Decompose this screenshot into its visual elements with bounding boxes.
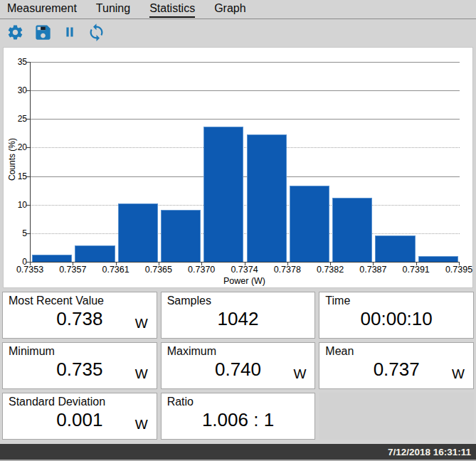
tab-measurement[interactable]: Measurement bbox=[7, 1, 77, 18]
gridline bbox=[31, 147, 460, 148]
tab-tuning[interactable]: Tuning bbox=[96, 1, 130, 18]
stat-value: 1042 bbox=[167, 308, 310, 330]
y-tick-mark bbox=[26, 62, 30, 63]
tab-graph[interactable]: Graph bbox=[214, 1, 245, 18]
settings-button[interactable] bbox=[6, 23, 24, 41]
x-tick-label: 0.7395 bbox=[440, 265, 476, 275]
x-tick-mark bbox=[373, 262, 374, 265]
stat-unit: W bbox=[135, 417, 148, 433]
stat-label: Mean bbox=[325, 345, 467, 358]
stat-value: 0.735 bbox=[9, 359, 151, 381]
y-tick-label: 5 bbox=[9, 228, 27, 238]
x-tick-label: 0.7387 bbox=[354, 265, 391, 275]
pause-button[interactable] bbox=[62, 24, 78, 40]
save-button[interactable] bbox=[33, 23, 53, 42]
x-tick-mark bbox=[330, 262, 331, 265]
y-tick-mark bbox=[26, 90, 30, 91]
gridline bbox=[31, 62, 460, 63]
x-tick-label: 0.7353 bbox=[11, 265, 48, 275]
gridline bbox=[31, 176, 460, 177]
stat-cell-maximum: Maximum 0.740 W bbox=[161, 342, 316, 389]
x-tick-mark bbox=[245, 262, 245, 265]
x-tick-mark bbox=[30, 262, 31, 265]
stat-label: Standard Deviation bbox=[9, 396, 151, 408]
stat-unit: W bbox=[135, 316, 148, 332]
x-tick-label: 0.7361 bbox=[97, 265, 134, 275]
histogram-bar bbox=[32, 255, 72, 262]
stat-cell-empty bbox=[319, 393, 474, 440]
refresh-button[interactable] bbox=[87, 23, 106, 42]
stat-label: Samples bbox=[167, 295, 310, 307]
y-tick-mark bbox=[26, 147, 30, 148]
stat-cell-mean: Mean 0.737 W bbox=[319, 342, 474, 389]
save-icon bbox=[33, 23, 53, 42]
toolbar bbox=[0, 19, 476, 45]
x-tick-label: 0.7357 bbox=[54, 265, 91, 275]
y-tick-mark bbox=[26, 119, 30, 120]
histogram-bar bbox=[203, 127, 243, 262]
y-tick-mark bbox=[26, 176, 30, 177]
stat-label: Maximum bbox=[167, 345, 310, 358]
stat-value: 0.738 bbox=[9, 308, 151, 330]
x-tick-label: 0.7391 bbox=[398, 265, 435, 275]
plot-area bbox=[30, 62, 460, 263]
histogram-bar bbox=[332, 198, 372, 262]
stat-cell-ratio: Ratio 1.006 : 1 bbox=[161, 393, 316, 440]
x-tick-label: 0.7365 bbox=[140, 265, 177, 275]
stat-cell-samples: Samples 1042 bbox=[161, 292, 316, 339]
stat-label: Ratio bbox=[167, 396, 310, 408]
x-tick-mark bbox=[201, 262, 202, 265]
y-tick-label: 30 bbox=[9, 85, 27, 95]
stat-cell-standard-deviation: Standard Deviation 0.001 W bbox=[2, 393, 157, 440]
stat-cell-minimum: Minimum 0.735 W bbox=[2, 342, 157, 389]
status-bar: 7/12/2018 16:31:11 bbox=[0, 444, 476, 461]
histogram-bar bbox=[118, 203, 158, 262]
stat-value: 00:00:10 bbox=[325, 308, 467, 330]
x-tick-label: 0.7382 bbox=[312, 265, 349, 275]
y-axis-label: Counts (%) bbox=[7, 127, 17, 191]
y-tick-label: 25 bbox=[9, 114, 27, 124]
y-tick-mark bbox=[26, 233, 30, 234]
stat-unit: W bbox=[135, 366, 148, 382]
histogram-bar bbox=[75, 245, 115, 262]
x-tick-mark bbox=[159, 262, 159, 265]
histogram-chart: Counts (%) Power (W) 051015202530350.735… bbox=[3, 47, 473, 288]
y-tick-label: 10 bbox=[9, 200, 27, 210]
stat-label: Minimum bbox=[9, 345, 151, 358]
stat-value: 0.001 bbox=[9, 409, 151, 431]
gridline bbox=[31, 205, 460, 206]
stat-cell-most-recent-value: Most Recent Value 0.738 W bbox=[2, 292, 157, 339]
x-tick-label: 0.7370 bbox=[183, 265, 220, 275]
stat-unit: W bbox=[452, 366, 465, 382]
tab-bar: Measurement Tuning Statistics Graph bbox=[0, 0, 476, 18]
tab-statistics[interactable]: Statistics bbox=[149, 1, 195, 18]
stat-cell-time: Time 00:00:10 bbox=[319, 292, 474, 339]
x-tick-mark bbox=[73, 262, 73, 265]
y-tick-label: 20 bbox=[9, 142, 27, 152]
gridline bbox=[31, 233, 460, 234]
y-tick-mark bbox=[26, 205, 30, 206]
histogram-bar bbox=[161, 210, 201, 262]
stat-label: Most Recent Value bbox=[9, 295, 151, 307]
settings-gear-icon bbox=[6, 23, 24, 41]
y-tick-label: 15 bbox=[9, 171, 27, 181]
gridline bbox=[31, 119, 460, 120]
gridline bbox=[31, 90, 460, 91]
statistics-grid: Most Recent Value 0.738 W Samples 1042 T… bbox=[2, 292, 474, 440]
y-tick-label: 35 bbox=[9, 57, 27, 67]
x-tick-mark bbox=[459, 262, 460, 265]
x-tick-label: 0.7378 bbox=[269, 265, 306, 275]
pause-icon bbox=[62, 24, 78, 40]
stat-value: 1.006 : 1 bbox=[167, 409, 310, 431]
x-tick-label: 0.7374 bbox=[226, 265, 263, 275]
stat-value: 0.740 bbox=[167, 359, 310, 381]
stat-value: 0.737 bbox=[325, 359, 467, 381]
histogram-bar bbox=[418, 256, 458, 262]
x-axis-label: Power (W) bbox=[30, 276, 459, 286]
histogram-bar bbox=[375, 235, 415, 262]
histogram-bar bbox=[247, 134, 287, 262]
stat-unit: W bbox=[293, 366, 306, 382]
refresh-icon bbox=[87, 23, 106, 42]
status-timestamp: 7/12/2018 16:31:11 bbox=[388, 447, 471, 457]
x-tick-mark bbox=[116, 262, 117, 265]
